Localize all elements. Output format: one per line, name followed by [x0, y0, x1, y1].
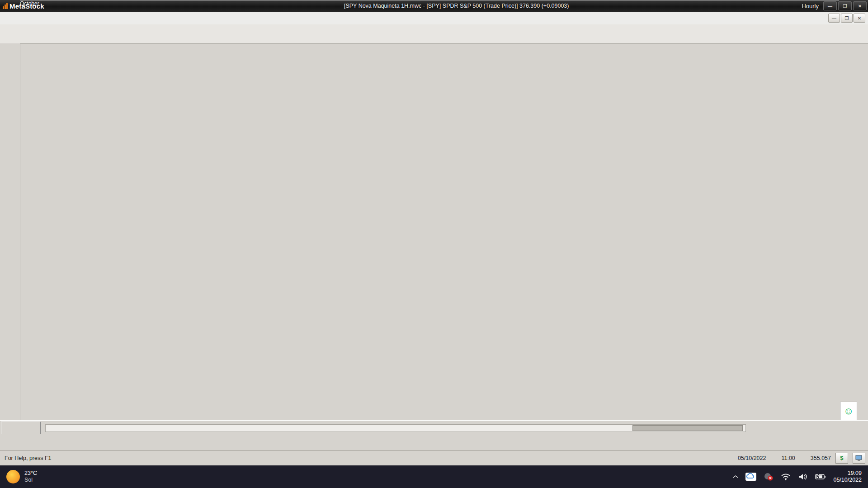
windows-taskbar: 23°C Sol 19:09 05/10/2022 [0, 465, 868, 488]
weather-temp: 23°C [24, 470, 37, 477]
toolbar-spacer [1, 422, 41, 434]
clock-date: 05/10/2022 [833, 477, 862, 483]
dollar-button[interactable]: $ [835, 453, 848, 464]
taskbar-clock[interactable]: 19:09 05/10/2022 [833, 470, 862, 483]
metastock-logo: MetaStock [0, 2, 111, 10]
metastock-logo-icon [3, 3, 8, 9]
onedrive-icon[interactable] [745, 473, 756, 481]
month-label: October [20, 0, 39, 7]
metastock-window: MetaStock [SPY Nova Maquineta 1H.mwc - [… [0, 0, 868, 488]
status-help-text: For Help, press F1 [0, 455, 52, 461]
bottom-toolbar [0, 420, 868, 450]
child-minimize-button[interactable]: — [828, 14, 840, 23]
smiley-status-icon: ☺ [840, 402, 857, 421]
battery-icon[interactable] [815, 474, 826, 480]
drawing-toolbar [0, 43, 20, 420]
monitor-icon [855, 455, 863, 461]
x-axis-month-row: October [20, 0, 839, 0]
status-date: 05/10/2022 [738, 455, 766, 461]
monitor-button[interactable] [853, 453, 865, 464]
menu-bar: — ❐ ✕ [0, 12, 868, 25]
window-title: [SPY Nova Maquineta 1H.mwc - [SPY] SPDR … [111, 3, 802, 9]
horizontal-scrollbar[interactable] [45, 424, 746, 432]
volume-icon[interactable] [798, 473, 808, 480]
weather-widget[interactable]: 23°C Sol [0, 470, 101, 483]
status-value: 355.057 [811, 455, 831, 461]
title-bar: MetaStock [SPY Nova Maquineta 1H.mwc - [… [0, 0, 868, 12]
clock-time: 19:09 [833, 470, 862, 477]
sync-error-icon[interactable] [764, 473, 774, 481]
tray-expand-icon[interactable] [733, 475, 738, 479]
child-close-button[interactable]: ✕ [854, 14, 865, 23]
close-button[interactable]: ✕ [853, 1, 867, 10]
minimize-button[interactable]: — [823, 1, 837, 10]
system-tray: 19:09 05/10/2022 [733, 470, 868, 483]
periodicity-label: Hourly [802, 3, 819, 9]
restore-button[interactable]: ❐ [838, 1, 852, 10]
main-toolbar [0, 24, 868, 44]
scrollbar-thumb[interactable] [632, 425, 743, 431]
sun-icon [6, 470, 20, 483]
weather-condition: Sol [24, 477, 37, 483]
status-time: 11:00 [781, 455, 795, 461]
child-restore-button[interactable]: ❐ [841, 14, 853, 23]
status-bar: For Help, press F1 05/10/2022 11:00 355.… [0, 450, 868, 466]
wifi-icon[interactable] [781, 473, 791, 480]
